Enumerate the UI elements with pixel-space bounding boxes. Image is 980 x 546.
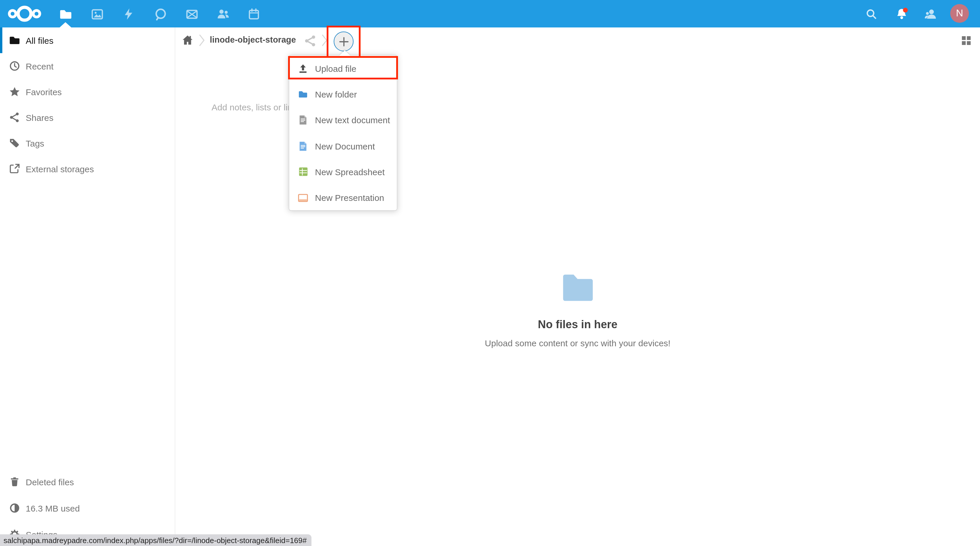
talk-icon (153, 7, 167, 21)
files-sidebar: All files Recent Favorites Shares Tags (0, 27, 175, 546)
menu-item-new-presentation[interactable]: New Presentation (289, 185, 397, 211)
workspace-notes-placeholder[interactable]: Add notes, lists or lin (212, 102, 293, 112)
calendar-icon (247, 7, 260, 21)
upload-icon (298, 63, 308, 73)
new-file-menu: Upload file New folder New text document (289, 55, 398, 211)
contacts-icon (216, 7, 230, 21)
menu-item-label: New Spreadsheet (315, 167, 385, 177)
empty-state-title: No files in here (175, 318, 980, 331)
grid-view-toggle-button[interactable] (959, 33, 973, 47)
clock-icon (9, 60, 21, 72)
menu-item-label: New folder (315, 89, 357, 99)
sidebar-item-shares[interactable]: Shares (0, 105, 175, 130)
menu-item-label: New Document (315, 141, 375, 151)
app-talk-button[interactable] (148, 2, 172, 26)
menu-item-label: New text document (315, 115, 390, 125)
search-button[interactable] (860, 2, 883, 26)
trash-icon (9, 476, 21, 487)
activity-icon (122, 8, 135, 21)
new-file-plus-button[interactable] (334, 32, 353, 51)
menu-item-new-spreadsheet[interactable]: New Spreadsheet (289, 159, 397, 185)
browser-status-bar: salchipapa.madreypadre.com/index.php/app… (0, 534, 312, 546)
sidebar-item-label: Favorites (26, 87, 62, 97)
document-icon (298, 141, 308, 151)
quota-pie-icon (9, 502, 21, 514)
search-icon (865, 8, 878, 21)
star-icon (9, 86, 21, 97)
bell-icon (895, 7, 909, 21)
menu-caret (339, 50, 350, 56)
sidebar-item-label: 16.3 MB used (26, 503, 80, 513)
menu-item-new-text-document[interactable]: New text document (289, 107, 397, 133)
sidebar-item-label: All files (26, 35, 54, 45)
app-mail-button[interactable] (180, 2, 204, 26)
spreadsheet-icon (298, 167, 308, 177)
sidebar-item-recent[interactable]: Recent (0, 53, 175, 79)
active-app-indicator (60, 22, 71, 27)
external-link-icon (9, 163, 21, 175)
sidebar-item-all-files[interactable]: All files (0, 27, 175, 53)
sidebar-item-label: External storages (26, 164, 94, 174)
notification-dot (903, 8, 908, 12)
empty-folder-icon (561, 271, 595, 303)
empty-state-subtitle: Upload some content or sync with your de… (175, 338, 980, 348)
avatar-letter: N (956, 8, 963, 19)
menu-item-label: New Presentation (315, 193, 384, 203)
plus-icon (339, 37, 348, 46)
folder-icon (9, 35, 21, 46)
sidebar-item-label: Shares (26, 113, 54, 122)
avatar[interactable]: N (950, 4, 969, 23)
empty-folder-state: No files in here Upload some content or … (175, 271, 980, 348)
share-icon (9, 111, 21, 123)
menu-item-new-folder[interactable]: New folder (289, 81, 397, 108)
app-calendar-button[interactable] (242, 2, 265, 26)
sidebar-item-deleted-files[interactable]: Deleted files (0, 469, 175, 495)
notifications-button[interactable] (890, 2, 913, 26)
top-header-bar: N (0, 0, 980, 27)
sidebar-item-label: Deleted files (26, 477, 74, 487)
share-icon[interactable] (303, 34, 317, 48)
folder-icon (298, 89, 308, 99)
presentation-icon (298, 193, 308, 203)
tag-icon (9, 137, 21, 149)
breadcrumb-folder-name[interactable]: linode-object-storage (210, 35, 296, 44)
grid-view-icon (961, 35, 971, 45)
mail-icon (185, 7, 198, 21)
sidebar-item-quota[interactable]: 16.3 MB used (0, 495, 175, 521)
breadcrumb: linode-object-storage (175, 27, 980, 53)
text-document-icon (298, 115, 308, 125)
sidebar-item-label: Recent (26, 61, 54, 71)
photos-icon (90, 7, 104, 21)
menu-item-new-document[interactable]: New Document (289, 133, 397, 159)
nextcloud-files-page: N All files Recent Favorites Share (0, 0, 980, 546)
home-icon[interactable] (181, 34, 194, 47)
status-url: salchipapa.madreypadre.com/index.php/app… (3, 536, 307, 544)
sidebar-item-tags[interactable]: Tags (0, 130, 175, 156)
app-activity-button[interactable] (117, 2, 140, 26)
folder-icon (59, 7, 72, 21)
sidebar-item-label: Tags (26, 138, 44, 148)
contacts-menu-button[interactable] (919, 2, 942, 26)
nextcloud-logo-icon[interactable] (8, 4, 41, 23)
app-contacts-button[interactable] (212, 2, 235, 26)
sidebar-item-external-storages[interactable]: External storages (0, 156, 175, 182)
contacts-menu-icon (923, 7, 937, 21)
menu-item-upload-file[interactable]: Upload file (289, 56, 397, 81)
chevron-right-icon (199, 34, 205, 47)
app-photos-button[interactable] (85, 2, 109, 26)
menu-item-label: Upload file (315, 63, 356, 73)
chevron-right-icon (321, 34, 328, 47)
sidebar-item-favorites[interactable]: Favorites (0, 79, 175, 105)
